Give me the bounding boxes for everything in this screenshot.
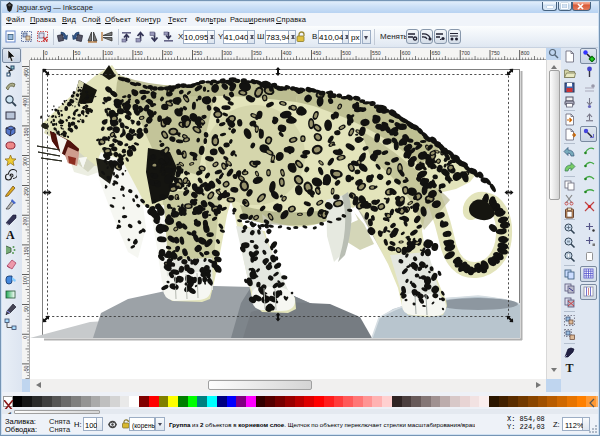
svg-text:50: 50 xyxy=(23,306,29,312)
svg-text:150: 150 xyxy=(134,50,143,56)
svg-text:350: 350 xyxy=(253,50,262,56)
svg-text:A: A xyxy=(6,228,15,241)
svg-text:800: 800 xyxy=(521,50,530,56)
svg-text:T: T xyxy=(566,361,574,374)
svg-text:0: 0 xyxy=(45,50,48,56)
svg-text:500: 500 xyxy=(342,50,351,56)
svg-text:300: 300 xyxy=(223,50,232,56)
svg-text:650: 650 xyxy=(432,50,441,56)
svg-text:600: 600 xyxy=(402,50,411,56)
svg-text:200: 200 xyxy=(164,50,173,56)
svg-text:700: 700 xyxy=(461,50,470,56)
svg-text:750: 750 xyxy=(491,50,500,56)
svg-text:250: 250 xyxy=(194,50,203,56)
svg-text:550: 550 xyxy=(372,50,381,56)
svg-text:100: 100 xyxy=(104,50,113,56)
svg-text:450: 450 xyxy=(313,50,322,56)
svg-text:50: 50 xyxy=(75,50,81,56)
svg-text:400: 400 xyxy=(283,50,292,56)
